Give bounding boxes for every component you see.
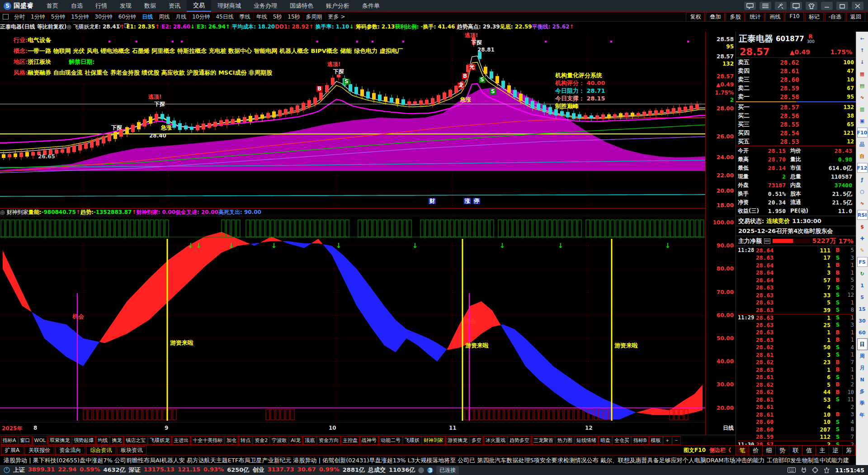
info-tab-扩展A[interactable]: 扩展A (1, 446, 24, 455)
book-level-row[interactable]: 卖一28.5895 (738, 92, 854, 101)
period-week[interactable]: 周 (857, 350, 868, 362)
settings-button[interactable] (760, 2, 771, 10)
tick-row[interactable]: 28.613S1 (738, 351, 854, 359)
index-segment[interactable]: 121.15 (178, 466, 200, 474)
period-1分钟[interactable]: 1分钟 (28, 13, 48, 21)
panel-tab-主[interactable]: 主 (816, 446, 829, 455)
tick-row[interactable]: 28.637S2 (738, 284, 854, 292)
info-tab-板块资讯[interactable]: 板块资讯 (117, 446, 146, 455)
indicator-tab-热力图[interactable]: 热力图 (556, 436, 574, 445)
tool-标记[interactable]: 标记 (805, 12, 824, 22)
period-30分钟[interactable]: 30分钟 (92, 13, 116, 21)
indicator-tab-主控盘[interactable]: 主控盘 (341, 436, 359, 445)
indicator-tab-全仓买[interactable]: 全仓买 (613, 436, 631, 445)
tick-row[interactable]: 28.631B1 (738, 336, 854, 344)
indicator-tab-游资擒龙[interactable]: 游资擒龙 (446, 436, 469, 445)
index-segment[interactable]: 0.59% (80, 466, 100, 474)
tick-row[interactable]: 28.6010S4 (738, 418, 854, 426)
f12-icon[interactable]: F12 (857, 163, 868, 173)
tick-row[interactable]: 11:2828.64111B5 (738, 247, 854, 254)
indicator-tab-飞碟妖[interactable]: 飞碟妖 (403, 436, 421, 445)
indicator-tab-擒龙[interactable]: 擒龙 (110, 436, 123, 445)
indicator-tab-财神到家[interactable]: 财神到家 (422, 436, 445, 445)
trend-line-icon[interactable]: ∿ (857, 91, 868, 103)
company-notice[interactable]: 2025-12-26召开第4次临时股东会 (736, 226, 856, 236)
period-quarter[interactable]: 季 (857, 397, 868, 409)
menu-item-自选[interactable]: 自选 (65, 0, 89, 12)
indicator-tab-镇店之宝[interactable]: 镇店之宝 (124, 436, 147, 445)
tool-F10[interactable]: F10 (785, 12, 803, 22)
period-10分钟[interactable]: 10分钟 (189, 13, 213, 21)
tool-画线[interactable]: 画线 (765, 12, 784, 22)
menu-item-资讯[interactable]: 资讯 (162, 0, 187, 12)
period-multi[interactable]: 多 (857, 385, 868, 397)
layout-icon[interactable] (3, 14, 9, 19)
tool-复权[interactable]: 复权 (686, 12, 705, 22)
period-5[interactable]: 5 (857, 291, 868, 303)
back-icon[interactable]: ← (857, 33, 868, 44)
indicator-tab-－[interactable]: － (672, 436, 681, 445)
diamond-icon[interactable]: ◇ (117, 23, 121, 29)
link-侧边栏《[interactable]: 侧边栏《 (709, 446, 731, 454)
wave-icon[interactable]: ∿ (857, 197, 868, 209)
tick-list[interactable]: 11:2828.64111B528.6317S328.641B128.643B1… (736, 246, 856, 445)
index-segment[interactable]: 11036亿 (389, 466, 415, 474)
indicator-tab-暗盘[interactable]: 暗盘 (599, 436, 612, 445)
period-month[interactable]: 月 (857, 362, 868, 374)
index-segment[interactable]: 0.99% (319, 466, 340, 474)
indicator-tab-三龙聚首[interactable]: 三龙聚首 (532, 436, 555, 445)
book-level-row[interactable]: 买一28.57132 (738, 103, 854, 111)
indicator-tab-＋[interactable]: ＋ (663, 436, 672, 445)
news-pane-icon[interactable]: ▣ (857, 115, 868, 127)
indicator-tab-加仓[interactable]: 加仓 (225, 436, 238, 445)
tick-row[interactable]: 28.641B1 (738, 261, 854, 269)
period-更多 >[interactable]: 更多 > (326, 13, 349, 21)
tick-row[interactable]: 28.6244B10 (738, 389, 854, 396)
panel-tab-细[interactable]: 细 (763, 446, 776, 455)
tick-row[interactable]: 28.60207S8 (738, 426, 854, 433)
indicator-tab-AI龙[interactable]: AI龙 (289, 436, 302, 445)
period-year[interactable]: 年 (857, 409, 868, 421)
link-图文F10[interactable]: 图文F10 (684, 446, 706, 454)
menu-item-账户分析[interactable]: 账户分析 (320, 0, 356, 12)
block-tree-icon[interactable]: 品 (857, 138, 868, 150)
menu-item-数据[interactable]: 数据 (138, 0, 162, 12)
menu-item-首页[interactable]: 首页 (40, 0, 65, 12)
sub-indicator-chart[interactable]: ↓↓↓↓↓↓↓↓↓机会机会游资来啦游资来啦游资来啦 (0, 216, 705, 422)
indicator-tab-短线情绪[interactable]: 短线情绪 (575, 436, 598, 445)
tick-row[interactable]: 28.631B1 (738, 366, 854, 374)
tick-row[interactable]: 28.635S1 (738, 299, 854, 307)
indicator-tab-模板[interactable]: 模板 (649, 436, 663, 445)
refresh-icon[interactable]: ↻ (857, 268, 868, 280)
draw-icon[interactable]: ✎ (857, 244, 868, 256)
book-level-row[interactable]: 卖三28.6010 (738, 75, 854, 84)
index-segment[interactable]: 3899.31 (28, 466, 55, 474)
split-view-icon[interactable]: ❒ (124, 23, 129, 29)
tick-row[interactable]: 28.6457B5 (738, 276, 854, 284)
main-kline-chart[interactable] (0, 32, 705, 208)
tick-row[interactable]: 28.643B1 (738, 269, 854, 277)
tick-row[interactable]: 28.6317S3 (738, 254, 854, 262)
menu-item-理财商城[interactable]: 理财商城 (211, 0, 247, 12)
period-15分钟[interactable]: 15分钟 (68, 13, 92, 21)
book-level-row[interactable]: 卖二28.5967 (738, 84, 854, 92)
tool-统计[interactable]: 统计 (745, 12, 764, 22)
panel-tab-值[interactable]: 值 (802, 446, 816, 455)
kline-icon[interactable]: ▥ (857, 103, 868, 115)
tick-row[interactable]: 28.616S1 (738, 374, 854, 381)
close-button[interactable] (852, 2, 863, 10)
period-分时[interactable]: 分时 (11, 13, 28, 21)
minimize-button[interactable] (821, 2, 833, 10)
index-segment[interactable]: 创业 (252, 466, 264, 474)
indicator-tab-均线[interactable]: 均线 (96, 436, 109, 445)
tick-row[interactable]: 28.6110B3 (738, 411, 854, 418)
indicator-tab-飞碟妖龙[interactable]: 飞碟妖龙 (148, 436, 171, 445)
indicator-tab-冰火重戏[interactable]: 冰火重戏 (484, 436, 507, 445)
indicator-tab-窗口[interactable]: 窗口 (19, 436, 32, 445)
crosshair-icon[interactable]: ✚ (857, 233, 868, 244)
tick-row[interactable]: 28.6142 (738, 404, 854, 411)
indicator-tab-多空[interactable]: 多空 (470, 436, 483, 445)
book-level-row[interactable]: 卖四28.6147 (738, 66, 854, 75)
tick-row[interactable]: 28.631B1 (738, 329, 854, 337)
tick-row[interactable]: 28.59112S7 (738, 433, 854, 441)
